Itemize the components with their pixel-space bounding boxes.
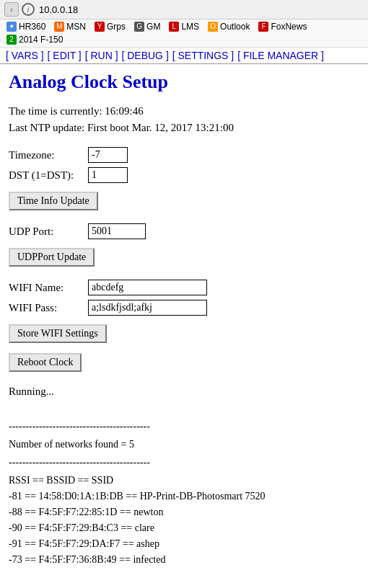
- time-info: The time is currently: 16:09:46 Last NTP…: [9, 103, 359, 135]
- udp-port-input[interactable]: [88, 223, 146, 239]
- hr360-icon: ✦: [6, 22, 17, 32]
- nav-debug[interactable]: [ DEBUG ]: [121, 50, 168, 61]
- udp-update-button[interactable]: UDPPort Update: [9, 248, 95, 267]
- dst-row: DST (1=DST):: [9, 167, 359, 183]
- bookmark-2014f150[interactable]: 2 2014 F-150: [3, 34, 66, 45]
- page-content: Analog Clock Setup The time is currently…: [0, 64, 368, 575]
- ntp-update-line: Last NTP update: First boot Mar. 12, 201…: [9, 120, 359, 136]
- udp-update-btn-container: UDPPort Update: [9, 244, 359, 272]
- nav-settings[interactable]: [ SETTINGS ]: [172, 50, 235, 61]
- divider-line-1: ----------------------------------------…: [9, 419, 359, 434]
- nav-vars[interactable]: [ VARS ]: [6, 50, 44, 61]
- wifi-pass-input[interactable]: [88, 300, 207, 316]
- bookmark-outlook-label: Outlook: [220, 22, 250, 32]
- bookmark-msn[interactable]: M MSN: [51, 21, 89, 32]
- foxnews-icon: F: [258, 22, 268, 32]
- gm-icon: G: [134, 22, 144, 32]
- bookmark-gm-label: GM: [146, 22, 160, 32]
- info-icon: i: [22, 3, 35, 16]
- bookmark-outlook[interactable]: O Outlook: [204, 21, 253, 32]
- time-update-btn-container: Time Info Update: [9, 187, 359, 216]
- bookmark-lms-label: LMS: [181, 22, 199, 32]
- msn-icon: M: [54, 22, 64, 32]
- bookmark-foxnews-label: FoxNews: [271, 22, 307, 32]
- bookmark-msn-label: MSN: [66, 22, 86, 32]
- network-item-1: -88 == F4:5F:F7:22:85:1D == newton: [9, 504, 359, 520]
- networks-found: Number of networks found = 5: [9, 437, 359, 452]
- bookmark-gm[interactable]: G GM: [131, 21, 164, 32]
- running-status: Running...: [9, 383, 359, 400]
- timezone-input[interactable]: [88, 147, 128, 163]
- wifi-pass-row: WIFI Pass:: [9, 300, 359, 316]
- current-time-line: The time is currently: 16:09:46: [9, 103, 359, 120]
- nav-run[interactable]: [ RUN ]: [85, 50, 118, 61]
- back-button[interactable]: ‹: [4, 2, 19, 17]
- divider-line-2: ----------------------------------------…: [9, 455, 359, 470]
- outlook-icon: O: [208, 22, 218, 32]
- rssi-header: RSSI == BSSID == SSID: [9, 473, 359, 488]
- page-title: Analog Clock Setup: [9, 71, 359, 93]
- url-display[interactable]: 10.0.0.18: [39, 4, 78, 15]
- wifi-name-label: WIFI Name:: [9, 282, 88, 294]
- reboot-clock-button[interactable]: Reboot Clock: [9, 353, 82, 372]
- timezone-label: Timezone:: [9, 149, 88, 161]
- network-item-4: -73 == F4:5F:F7:36:8B:49 == infected: [9, 552, 359, 567]
- udp-port-row: UDP Port:: [9, 223, 359, 239]
- 2014f150-icon: 2: [6, 35, 17, 45]
- bookmark-grps-label: Grps: [107, 22, 126, 32]
- time-update-button[interactable]: Time Info Update: [9, 192, 98, 210]
- store-wifi-button[interactable]: Store WIFI Settings: [9, 324, 107, 343]
- wifi-pass-label: WIFI Pass:: [9, 302, 88, 314]
- network-item-0: -81 == 14:58:D0:1A:1B:DB == HP-Print-DB-…: [9, 489, 359, 504]
- wifi-name-input[interactable]: [88, 280, 207, 295]
- lms-icon: L: [169, 22, 179, 32]
- wifi-name-row: WIFI Name:: [9, 280, 359, 295]
- timezone-row: Timezone:: [9, 147, 359, 163]
- nav-edit[interactable]: [ EDIT ]: [48, 50, 82, 61]
- status-text: Running... -----------------------------…: [9, 383, 359, 567]
- network-item-2: -90 == F4:5F:F7:29:B4:C3 == clare: [9, 520, 359, 535]
- nav-filemanager[interactable]: [ FILE MANAGER ]: [237, 50, 324, 61]
- bookmark-foxnews[interactable]: F FoxNews: [255, 21, 310, 32]
- network-item-3: -91 == F4:5F:F7:29:DA:F7 == ashep: [9, 536, 359, 551]
- bookmark-grps[interactable]: Y Grps: [91, 21, 129, 32]
- bookmark-2014f150-label: 2014 F-150: [19, 35, 63, 45]
- dst-label: DST (1=DST):: [9, 169, 88, 182]
- reboot-btn-container: Reboot Clock: [9, 349, 359, 378]
- bookmark-hr360-label: HR360: [19, 22, 45, 32]
- bookmark-hr360[interactable]: ✦ HR360: [3, 21, 49, 32]
- bookmark-lms[interactable]: L LMS: [165, 21, 203, 32]
- address-bar: ‹ i 10.0.0.18: [0, 0, 368, 19]
- grps-icon: Y: [95, 22, 105, 32]
- dst-input[interactable]: [88, 167, 128, 183]
- udp-port-label: UDP Port:: [9, 226, 88, 238]
- nav-menu: [ VARS ] [ EDIT ] [ RUN ] [ DEBUG ] [ SE…: [0, 48, 368, 64]
- store-wifi-btn-container: Store WIFI Settings: [9, 320, 359, 349]
- bookmarks-bar: ✦ HR360 M MSN Y Grps G GM L LMS O Outloo…: [0, 19, 368, 48]
